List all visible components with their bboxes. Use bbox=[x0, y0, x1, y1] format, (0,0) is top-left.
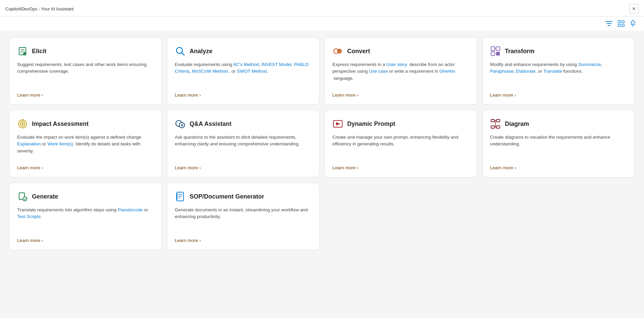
card-generate-title: Generate bbox=[32, 193, 58, 200]
link-explanation[interactable]: Explanation bbox=[17, 141, 41, 146]
card-analyze-body: Evaluate requirements using 6C's Method,… bbox=[175, 61, 312, 86]
link-pseudocode[interactable]: Pseudocode bbox=[118, 207, 143, 212]
link-summarize[interactable]: Summarize bbox=[578, 62, 601, 67]
card-impact-title: Impact Assessment bbox=[32, 120, 88, 128]
card-sop-title: SOP/Document Generator bbox=[190, 193, 264, 200]
filter-icon[interactable] bbox=[606, 21, 612, 27]
card-impact: Impact Assessment Evaluate the impact on… bbox=[9, 110, 162, 177]
transform-learn-more[interactable]: Learn more › bbox=[490, 93, 627, 98]
diagram-learn-more[interactable]: Learn more › bbox=[490, 165, 627, 170]
card-transform: Transform Modify and enhance requirement… bbox=[482, 37, 635, 105]
close-button[interactable]: ✕ bbox=[629, 4, 639, 13]
svg-line-15 bbox=[182, 53, 185, 56]
svg-rect-43 bbox=[177, 192, 184, 201]
link-test-scripts[interactable]: Test Scripts bbox=[17, 214, 41, 219]
card-dynamic: Dynamic Prompt Create and manage your ow… bbox=[325, 110, 477, 177]
elicit-icon: ✓ bbox=[17, 46, 28, 57]
cards-row-2: Impact Assessment Evaluate the impact on… bbox=[9, 110, 635, 177]
card-sop-body: Generate documents in an instant, stream… bbox=[175, 207, 312, 232]
link-moscow[interactable]: MoSCoW Method bbox=[192, 69, 228, 74]
sop-icon bbox=[175, 191, 186, 202]
card-diagram: Diagram Create diagrams to visualize the… bbox=[482, 110, 635, 177]
svg-marker-33 bbox=[336, 122, 340, 126]
analyze-learn-more[interactable]: Learn more › bbox=[175, 93, 312, 98]
card-dynamic-title: Dynamic Prompt bbox=[347, 120, 395, 128]
card-sop: SOP/Document Generator Generate document… bbox=[167, 183, 319, 250]
card-analyze-header: Analyze bbox=[175, 46, 312, 57]
card-analyze: Analyze Evaluate requirements using 6C's… bbox=[167, 37, 319, 105]
window-title: Copilot4DevOps - Your AI Assistant bbox=[5, 6, 74, 11]
link-work-items[interactable]: Work item(s) bbox=[47, 141, 73, 146]
settings-icon[interactable] bbox=[618, 20, 625, 27]
pin-icon[interactable] bbox=[630, 20, 636, 27]
card-impact-header: Impact Assessment bbox=[17, 118, 154, 129]
card-sop-header: SOP/Document Generator bbox=[175, 191, 312, 202]
link-translate[interactable]: Translate bbox=[543, 69, 562, 74]
card-generate: Generate Translate requirements into alg… bbox=[9, 183, 162, 250]
title-bar: Copilot4DevOps - Your AI Assistant ✕ bbox=[0, 0, 644, 16]
title-bar-controls: ✕ bbox=[629, 4, 639, 13]
svg-rect-19 bbox=[491, 47, 495, 50]
card-generate-body: Translate requirements into algorithm st… bbox=[17, 207, 154, 232]
svg-rect-22 bbox=[496, 52, 500, 56]
link-swot[interactable]: SWOT Method bbox=[237, 69, 267, 74]
cards-row-3: Generate Translate requirements into alg… bbox=[9, 183, 635, 250]
svg-rect-20 bbox=[496, 47, 500, 50]
elicit-learn-more[interactable]: Learn more › bbox=[17, 93, 154, 98]
generate-learn-more[interactable]: Learn more › bbox=[17, 238, 154, 243]
link-6cs[interactable]: 6C's Method bbox=[234, 62, 259, 67]
svg-rect-35 bbox=[496, 119, 500, 122]
svg-rect-4 bbox=[622, 21, 624, 23]
card-elicit-body: Suggest requirements, test cases and oth… bbox=[17, 61, 154, 86]
main-content: ✓ Elicit Suggest requirements, test case… bbox=[0, 31, 644, 257]
card-qa-header: A Q&A Assistant bbox=[175, 118, 312, 129]
link-use-case[interactable]: Use case bbox=[369, 69, 388, 74]
qa-learn-more[interactable]: Learn more › bbox=[175, 165, 312, 170]
dynamic-learn-more[interactable]: Learn more › bbox=[332, 165, 469, 170]
svg-text:✓: ✓ bbox=[24, 53, 27, 56]
svg-text:↔: ↔ bbox=[338, 50, 341, 53]
card-qa: A Q&A Assistant Ask questions to the ass… bbox=[167, 110, 319, 177]
card-convert: ↔ Convert Express requirements in a User… bbox=[325, 37, 477, 105]
impact-learn-more[interactable]: Learn more › bbox=[17, 165, 154, 170]
dynamic-icon bbox=[332, 118, 343, 129]
svg-rect-47 bbox=[176, 193, 177, 200]
convert-learn-more[interactable]: Learn more › bbox=[332, 93, 469, 98]
convert-icon: ↔ bbox=[332, 46, 343, 57]
link-paraphrase[interactable]: Paraphrase bbox=[490, 69, 514, 74]
link-invest[interactable]: INVEST Model bbox=[261, 62, 291, 67]
card-impact-body: Evaluate the impact on work item(s) agai… bbox=[17, 134, 154, 159]
card-transform-body: Modify and enhance requirements by using… bbox=[490, 61, 627, 86]
link-user-story[interactable]: User story bbox=[387, 62, 407, 67]
card-dynamic-body: Create and manage your own prompt, enhan… bbox=[332, 134, 469, 159]
svg-rect-34 bbox=[491, 119, 494, 122]
card-qa-body: Ask questions to the assistant to elicit… bbox=[175, 134, 312, 159]
card-transform-header: Transform bbox=[490, 46, 627, 57]
card-analyze-title: Analyze bbox=[190, 48, 212, 55]
card-diagram-header: Diagram bbox=[490, 118, 627, 129]
card-diagram-title: Diagram bbox=[505, 120, 529, 128]
svg-point-42 bbox=[23, 197, 27, 201]
link-gherkin[interactable]: Gherkin bbox=[439, 69, 455, 74]
analyze-icon bbox=[175, 46, 186, 57]
svg-rect-37 bbox=[496, 126, 500, 128]
card-qa-title: Q&A Assistant bbox=[190, 120, 232, 128]
sop-learn-more[interactable]: Learn more › bbox=[175, 238, 312, 243]
cards-row-1: ✓ Elicit Suggest requirements, test case… bbox=[9, 37, 635, 105]
transform-icon bbox=[490, 46, 501, 57]
card-elicit: ✓ Elicit Suggest requirements, test case… bbox=[9, 37, 162, 105]
svg-text:A: A bbox=[181, 123, 183, 127]
card-dynamic-header: Dynamic Prompt bbox=[332, 118, 469, 129]
svg-rect-36 bbox=[491, 126, 494, 128]
svg-rect-21 bbox=[491, 52, 495, 56]
impact-icon bbox=[17, 118, 28, 129]
toolbar bbox=[0, 16, 644, 31]
qa-icon: A bbox=[175, 118, 186, 129]
card-diagram-body: Create diagrams to visualize the require… bbox=[490, 134, 627, 159]
card-convert-title: Convert bbox=[347, 48, 370, 55]
card-generate-header: Generate bbox=[17, 191, 154, 202]
card-transform-title: Transform bbox=[505, 48, 534, 55]
svg-rect-5 bbox=[618, 24, 620, 27]
link-elaborate[interactable]: Elaborate bbox=[516, 69, 535, 74]
card-convert-header: ↔ Convert bbox=[332, 46, 469, 57]
